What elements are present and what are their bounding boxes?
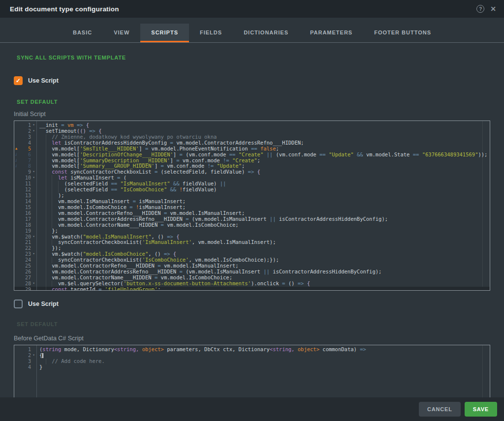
- gutter-line[interactable]: 14: [14, 199, 36, 205]
- line-number: 12: [21, 187, 31, 193]
- gutter-line[interactable]: 16: [14, 210, 36, 216]
- use-script-checkbox-row-2[interactable]: Use Script: [14, 300, 490, 308]
- help-icon[interactable]: ?: [476, 5, 484, 13]
- info-marker-icon: i: [15, 163, 21, 169]
- gutter-line[interactable]: 4: [14, 364, 36, 370]
- gutter-line[interactable]: 3: [14, 359, 36, 364]
- line-number: 29: [21, 287, 31, 291]
- set-default-link-1[interactable]: SET DEFAULT: [17, 99, 58, 105]
- initial-script-editor[interactable]: 1▾2▾34▲5i6i7i89▾10▾11121314151617181920▾…: [14, 120, 490, 291]
- gutter-line[interactable]: i8: [14, 163, 36, 169]
- gutter-line[interactable]: 25: [14, 263, 36, 269]
- gutter-line[interactable]: i6: [14, 152, 36, 158]
- tab-parameters[interactable]: PARAMETERS: [299, 24, 363, 42]
- code-line[interactable]: const targetId = 'fileUploadGroup';: [37, 287, 490, 290]
- edit-document-type-dialog: Edit document type configuration ? ✕ BAS…: [0, 0, 504, 421]
- sync-all-scripts-link[interactable]: SYNC ALL SCRIPTS WITH TEMPLATE: [17, 55, 126, 60]
- gutter-line[interactable]: 29: [14, 287, 36, 291]
- fold-arrow-icon[interactable]: ▾: [31, 234, 36, 240]
- line-number: 17: [21, 216, 31, 222]
- use-script-label-2: Use Script: [28, 301, 59, 307]
- line-number: 1: [21, 347, 31, 353]
- save-button[interactable]: SAVE: [465, 402, 497, 417]
- gutter-line[interactable]: 9▾: [14, 169, 36, 175]
- gutter-line[interactable]: 27: [14, 275, 36, 281]
- tab-bar: BASICVIEWSCRIPTSFIELDSDICTIONARIESPARAME…: [0, 24, 504, 43]
- code-line[interactable]: // Add code here.: [37, 359, 490, 364]
- gutter-line[interactable]: 22: [14, 245, 36, 251]
- tab-dictionaries[interactable]: DICTIONARIES: [233, 24, 299, 42]
- line-number: 19: [21, 228, 31, 234]
- gutter-line[interactable]: 23▾: [14, 251, 36, 257]
- tab-view[interactable]: VIEW: [103, 24, 140, 42]
- tab-scripts[interactable]: SCRIPTS: [140, 24, 189, 42]
- line-number: 28: [21, 281, 31, 287]
- close-icon[interactable]: ✕: [490, 5, 496, 13]
- gutter-line[interactable]: 2▾: [14, 128, 36, 134]
- before-getdata-label: Before GetData C# Script: [14, 335, 490, 342]
- info-marker-icon: i: [15, 158, 21, 164]
- gutter-line[interactable]: 11: [14, 181, 36, 187]
- line-number: 26: [21, 269, 31, 275]
- gutter-line[interactable]: 3: [14, 134, 36, 140]
- indent-guide: [46, 359, 46, 364]
- gutter-line[interactable]: 20▾: [14, 234, 36, 240]
- gutter-line[interactable]: 12: [14, 187, 36, 193]
- gutter-line[interactable]: 13: [14, 193, 36, 199]
- fold-arrow-icon[interactable]: ▾: [31, 128, 36, 134]
- code-line[interactable]: (selectedField == "IsComboChoice" && !fi…: [37, 187, 490, 193]
- code-line[interactable]: {: [37, 353, 490, 359]
- dialog-footer: CANCEL SAVE: [0, 397, 504, 421]
- code-line[interactable]: syncContractorCheckboxList('IsManualInse…: [37, 240, 490, 245]
- set-default-link-2: SET DEFAULT: [17, 321, 58, 327]
- cancel-button[interactable]: CANCEL: [419, 402, 461, 417]
- gutter-line[interactable]: 26: [14, 269, 36, 275]
- line-number: 1: [21, 122, 31, 128]
- gutter-line[interactable]: 19: [14, 228, 36, 234]
- line-number: 21: [21, 240, 31, 245]
- warn-marker-icon: ▲: [15, 146, 21, 152]
- use-script-checkbox-2[interactable]: [14, 300, 23, 308]
- gutter-line[interactable]: 28▾: [14, 281, 36, 287]
- fold-arrow-icon[interactable]: ▾: [31, 353, 36, 359]
- gutter-line[interactable]: 1▾: [14, 122, 36, 128]
- gutter-line[interactable]: 4: [14, 140, 36, 146]
- code-line[interactable]: vm.model.ContractorName___HIDDEN = vm.mo…: [37, 222, 490, 228]
- gutter-line[interactable]: 15: [14, 205, 36, 210]
- gutter-line[interactable]: ▲5: [14, 146, 36, 152]
- gutter-line[interactable]: i7: [14, 158, 36, 164]
- gutter-line[interactable]: 18: [14, 222, 36, 228]
- dialog-title: Edit document type configuration: [10, 5, 119, 13]
- fold-arrow-icon[interactable]: ▾: [31, 281, 36, 287]
- tab-basic[interactable]: BASIC: [62, 24, 103, 42]
- editor-gutter: 12▾34: [14, 345, 37, 397]
- tab-footer-buttons[interactable]: FOOTER BUTTONS: [363, 24, 442, 42]
- fold-arrow-icon[interactable]: ▾: [31, 175, 36, 181]
- code-line[interactable]: }: [37, 364, 490, 370]
- indent-guide: [46, 287, 46, 290]
- gutter-line[interactable]: 2▾: [14, 353, 36, 359]
- use-script-checkbox-row-1[interactable]: ✓ Use Script: [14, 76, 490, 85]
- gutter-line[interactable]: 24: [14, 257, 36, 263]
- code-line[interactable]: (string mode, Dictionary<string, object>…: [37, 347, 490, 353]
- before-getdata-editor[interactable]: 12▾34 (string mode, Dictionary<string, o…: [14, 345, 490, 397]
- check-icon: ✓: [16, 77, 21, 84]
- fold-arrow-icon[interactable]: ▾: [31, 169, 36, 175]
- line-number: 25: [21, 263, 31, 269]
- line-number: 2: [21, 353, 31, 359]
- code-line[interactable]: __init = vm => {: [37, 122, 490, 128]
- gutter-line[interactable]: 1: [14, 347, 36, 353]
- line-number: 22: [21, 245, 31, 251]
- gutter-line[interactable]: 21: [14, 240, 36, 245]
- tab-fields[interactable]: FIELDS: [189, 24, 233, 42]
- gutter-line[interactable]: 17: [14, 216, 36, 222]
- gutter-line[interactable]: 10▾: [14, 175, 36, 181]
- line-number: 10: [21, 175, 31, 181]
- fold-arrow-icon[interactable]: ▾: [31, 251, 36, 257]
- use-script-checkbox-1[interactable]: ✓: [14, 76, 23, 85]
- editor-code-area[interactable]: (string mode, Dictionary<string, object>…: [37, 345, 490, 397]
- line-number: 15: [21, 205, 31, 210]
- fold-arrow-icon[interactable]: ▾: [31, 122, 36, 128]
- editor-code-area[interactable]: __init = vm => { setTimeout(() => { // Z…: [37, 121, 490, 290]
- line-number: 13: [21, 193, 31, 199]
